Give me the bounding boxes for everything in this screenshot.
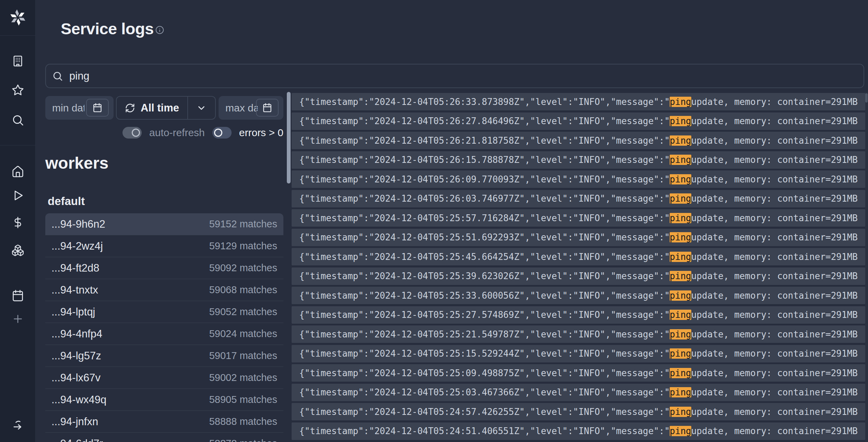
content-scrollbar-thumb[interactable] (287, 92, 291, 183)
log-highlight-ping: ping (670, 426, 691, 436)
log-row[interactable]: {"timestamp":"2024-12-04T05:25:33.600056… (292, 287, 865, 304)
log-row[interactable]: {"timestamp":"2024-12-04T05:25:15.529244… (292, 345, 865, 362)
auto-refresh-toggle[interactable] (122, 127, 142, 139)
log-highlight-ping: ping (670, 387, 691, 397)
log-search-bar (45, 64, 864, 88)
create-plus-icon[interactable] (11, 312, 25, 326)
worker-list-item[interactable]: ...94-lg57z 59017 matches (45, 345, 283, 367)
worker-list-item[interactable]: ...94-6dd7r 58878 matches (45, 433, 283, 442)
expand-sidebar-icon[interactable] (11, 418, 25, 433)
log-json-prefix: {"timestamp":" (299, 310, 374, 320)
log-json-prefix: {"timestamp":" (299, 290, 374, 301)
log-row[interactable]: {"timestamp":"2024-12-04T05:26:33.873898… (292, 93, 865, 110)
sidebar (0, 0, 36, 442)
worker-list-item[interactable]: ...94-lx67v 59002 matches (45, 367, 283, 389)
log-json-suffix: update, memory: container=291MB (691, 271, 858, 281)
log-json-suffix: update, memory: container=291MB (691, 310, 858, 320)
variables-dollar-icon[interactable] (11, 215, 25, 230)
log-row[interactable]: {"timestamp":"2024-12-04T05:26:21.818758… (292, 132, 865, 149)
worker-name: ...94-ft2d8 (51, 262, 99, 274)
runs-play-icon[interactable] (11, 188, 25, 203)
min-date-field (45, 96, 114, 120)
errors-toggle[interactable] (212, 127, 232, 139)
worker-group-heading: default (48, 195, 85, 208)
log-highlight-ping: ping (670, 135, 691, 146)
worker-list-item[interactable]: ...94-wx49q 58905 matches (45, 389, 283, 411)
min-date-calendar-button[interactable] (86, 99, 109, 117)
log-highlight-ping: ping (670, 290, 691, 301)
search-input[interactable] (69, 70, 857, 82)
max-date-input[interactable] (225, 102, 258, 114)
log-row[interactable]: {"timestamp":"2024-12-04T05:25:03.467366… (292, 384, 865, 401)
log-json-prefix: {"timestamp":" (299, 368, 374, 378)
workers-heading: workers (45, 154, 108, 172)
log-row[interactable]: {"timestamp":"2024-12-04T05:25:39.623026… (292, 267, 865, 285)
buildings-icon[interactable] (11, 54, 25, 68)
log-json-prefix: {"timestamp":" (299, 387, 374, 397)
log-row[interactable]: {"timestamp":"2024-12-04T05:26:03.746977… (292, 190, 865, 207)
log-row[interactable]: {"timestamp":"2024-12-04T05:26:27.846496… (292, 112, 865, 130)
max-date-calendar-button[interactable] (256, 99, 279, 117)
worker-list-item[interactable]: ...94-2wz4j 59129 matches (45, 235, 283, 257)
worker-match-count: 59129 matches (209, 240, 277, 252)
time-range-label: All time (141, 102, 179, 114)
favorites-star-icon[interactable] (11, 83, 25, 97)
log-row[interactable]: {"timestamp":"2024-12-04T05:26:15.788878… (292, 151, 865, 169)
worker-name: ...94-2wz4j (51, 240, 103, 252)
log-highlight-ping: ping (670, 329, 691, 339)
resources-boxes-icon[interactable] (11, 243, 25, 258)
time-range-button[interactable]: All time (117, 97, 187, 119)
log-row[interactable]: {"timestamp":"2024-12-04T05:26:09.770093… (292, 170, 865, 188)
worker-list-item[interactable]: ...94-jnfxn 58888 matches (45, 411, 283, 433)
log-row[interactable]: {"timestamp":"2024-12-04T05:25:09.498875… (292, 364, 865, 382)
log-row[interactable]: {"timestamp":"2024-12-04T05:25:51.692293… (292, 229, 865, 246)
log-row[interactable]: {"timestamp":"2024-12-04T05:25:27.574869… (292, 306, 865, 324)
log-json-mid: ","level":"INFO","message":" (519, 213, 670, 223)
log-timestamp: 2024-12-04T05:25:15.529244Z (374, 348, 519, 359)
worker-match-count: 59068 matches (209, 284, 277, 296)
home-icon[interactable] (11, 165, 25, 179)
log-json-suffix: update, memory: container=291MB (691, 348, 858, 359)
log-highlight-ping: ping (670, 407, 691, 417)
log-highlight-ping: ping (670, 193, 691, 204)
min-date-input[interactable] (52, 102, 84, 114)
log-row[interactable]: {"timestamp":"2024-12-04T05:25:57.716284… (292, 209, 865, 227)
log-row[interactable]: {"timestamp":"2024-12-04T05:25:21.549787… (292, 325, 865, 343)
worker-match-count: 58878 matches (209, 438, 277, 442)
log-highlight-ping: ping (670, 232, 691, 242)
log-highlight-ping: ping (670, 155, 691, 165)
log-timestamp: 2024-12-04T05:25:51.692293Z (374, 232, 519, 242)
worker-list-item[interactable]: ...94-4nfp4 59024 matches (45, 323, 283, 345)
worker-list-item[interactable]: ...94-ft2d8 59092 matches (45, 257, 283, 279)
sidebar-divider (0, 35, 35, 36)
worker-list-item[interactable]: ...94-tnxtx 59068 matches (45, 279, 283, 301)
log-json-mid: ","level":"INFO","message":" (519, 290, 670, 301)
max-date-field (219, 96, 283, 120)
windmill-logo-icon[interactable] (9, 9, 26, 26)
worker-name: ...94-9h6n2 (51, 218, 105, 230)
log-timestamp: 2024-12-04T05:25:27.574869Z (374, 310, 519, 320)
log-row[interactable]: {"timestamp":"2024-12-04T05:24:57.426255… (292, 403, 865, 420)
worker-list-item[interactable]: ...94-9h6n2 59152 matches (45, 213, 283, 235)
log-scrollbar-thumb[interactable] (865, 93, 868, 103)
worker-name: ...94-jnfxn (51, 416, 98, 428)
log-json-mid: ","level":"INFO","message":" (519, 193, 670, 204)
log-json-suffix: update, memory: container=291MB (691, 329, 858, 339)
time-range-dropdown-button[interactable] (187, 97, 215, 119)
global-search-icon[interactable] (11, 113, 25, 128)
log-scrollbar-track[interactable] (865, 92, 868, 442)
worker-list-item[interactable]: ...94-lptqj 59052 matches (45, 301, 283, 323)
log-row[interactable]: {"timestamp":"2024-12-04T05:25:45.664254… (292, 248, 865, 265)
schedules-calendar-icon[interactable] (11, 288, 25, 303)
log-json-mid: ","level":"INFO","message":" (519, 271, 670, 281)
log-json-prefix: {"timestamp":" (299, 135, 374, 146)
log-highlight-ping: ping (670, 368, 691, 378)
log-row[interactable]: {"timestamp":"2024-12-04T05:24:51.406551… (292, 422, 865, 440)
refresh-icon (125, 103, 135, 113)
log-timestamp: 2024-12-04T05:25:09.498875Z (374, 368, 519, 378)
log-highlight-ping: ping (670, 252, 691, 262)
log-highlight-ping: ping (670, 97, 691, 107)
log-timestamp: 2024-12-04T05:26:27.846496Z (374, 116, 519, 126)
worker-match-count: 59152 matches (209, 218, 277, 230)
info-icon[interactable] (155, 25, 164, 35)
